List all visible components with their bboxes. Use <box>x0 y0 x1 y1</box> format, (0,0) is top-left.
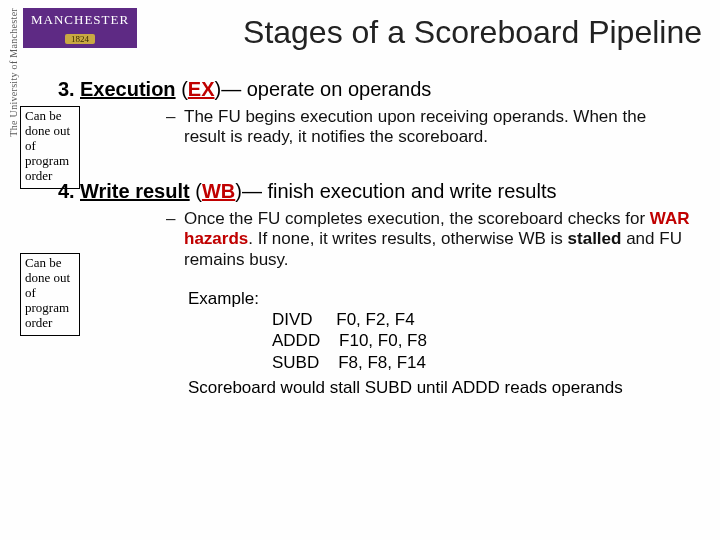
stage-4-rest: — finish execution and write results <box>242 180 557 202</box>
stage-4-name: Write result <box>80 180 190 202</box>
stage-3-heading: 3. Execution (EX)— operate on operands <box>58 78 712 101</box>
example-instr-2: ADDD F10, F0, F8 <box>272 330 712 351</box>
stage-3-abbr: EX <box>188 78 215 100</box>
bullet-dash: – <box>166 209 184 229</box>
stage-4-abbr-wrap: (WB) <box>195 180 242 202</box>
stage-4-bullet: – Once the FU completes execution, the s… <box>166 209 692 270</box>
stage-4-abbr: WB <box>202 180 235 202</box>
stage-4-heading: 4. Write result (WB)— finish execution a… <box>58 180 712 203</box>
logo-badge: MANCHESTER 1824 <box>23 8 137 48</box>
stage-3-name: Execution <box>80 78 176 100</box>
stage-3-title: Execution (EX)— operate on operands <box>80 78 431 101</box>
stage-4-pre: Once the FU completes execution, the sco… <box>184 209 650 228</box>
example-instr-1: DIVD F0, F2, F4 <box>272 309 712 330</box>
stage-3-number: 3. <box>58 78 80 101</box>
logo-main-text: MANCHESTER <box>31 12 129 28</box>
example-block: Example: DIVD F0, F2, F4 ADDD F10, F0, F… <box>188 288 712 398</box>
stage-3-bullet: – The FU begins execution upon receiving… <box>166 107 692 148</box>
example-label: Example: <box>188 288 712 309</box>
university-side-text: The University of Manchester <box>8 8 19 137</box>
slide-title: Stages of a Scoreboard Pipeline <box>243 14 702 51</box>
example-instr-3: SUBD F8, F8, F14 <box>272 352 712 373</box>
stage-4-mid: . If none, it writes results, otherwise … <box>248 229 567 248</box>
slide-content: 3. Execution (EX)— operate on operands –… <box>58 78 712 398</box>
stage-3-bullet-text: The FU begins execution upon receiving o… <box>184 107 692 148</box>
stage-4-number: 4. <box>58 180 80 203</box>
bullet-dash: – <box>166 107 184 127</box>
example-conclusion: Scoreboard would stall SUBD until ADDD r… <box>188 377 712 398</box>
stage-3-abbr-wrap: (EX) <box>181 78 221 100</box>
stage-4-title: Write result (WB)— finish execution and … <box>80 180 557 203</box>
stage-3-rest: — operate on operands <box>221 78 431 100</box>
stalled-word: stalled <box>568 229 622 248</box>
stage-4-bullet-text: Once the FU completes execution, the sco… <box>184 209 692 270</box>
logo-year: 1824 <box>65 34 95 44</box>
